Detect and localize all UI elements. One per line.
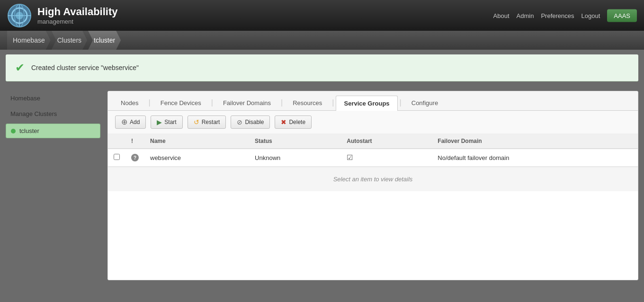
success-message: Created cluster service "webservice" — [31, 64, 139, 71]
preferences-link[interactable]: Preferences — [541, 12, 574, 19]
tab-divider-2: | — [211, 98, 213, 107]
app-sub-title: management — [37, 18, 118, 26]
table-row[interactable]: ? webservice Unknown ☑ No/default failov… — [108, 149, 638, 167]
sidebar: Homebase Manage Clusters tcluster — [6, 91, 100, 280]
sidebar-homebase[interactable]: Homebase — [6, 91, 100, 106]
tab-resources[interactable]: Resources — [285, 95, 330, 110]
disable-label: Disable — [245, 119, 264, 125]
row-name: webservice — [144, 149, 249, 167]
breadcrumb-clusters[interactable]: Clusters — [52, 31, 87, 50]
tab-configure[interactable]: Configure — [403, 95, 446, 110]
app-main-title: High Availability — [37, 6, 118, 18]
app-header: High Availability management About Admin… — [0, 0, 644, 31]
autostart-checkmark: ☑ — [347, 153, 353, 161]
table-header-row: ! Name Status Autostart Failover Domain — [108, 134, 638, 149]
content-panel: Nodes | Fence Devices | Failover Domains… — [107, 91, 638, 280]
row-failover-domain: No/default failover domain — [432, 149, 638, 167]
user-button[interactable]: AAAS — [607, 9, 637, 22]
tab-divider-4: | — [332, 98, 334, 107]
col-header-autostart: Autostart — [341, 134, 432, 149]
delete-label: Delete — [289, 119, 305, 125]
disable-button[interactable]: ⊘ Disable — [231, 115, 270, 129]
success-banner: ✔ Created cluster service "webservice" — [6, 54, 638, 81]
col-header-bang: ! — [125, 134, 144, 149]
tab-divider-5: | — [400, 98, 402, 107]
add-button[interactable]: ⊕ Add — [115, 115, 146, 129]
logo-icon — [7, 3, 32, 28]
breadcrumb-tcluster[interactable]: tcluster — [88, 31, 121, 50]
tab-divider-3: | — [281, 98, 283, 107]
logo-area: High Availability management — [7, 3, 118, 28]
admin-link[interactable]: Admin — [517, 12, 534, 19]
breadcrumb-homebase[interactable]: Homebase — [7, 31, 51, 50]
start-button[interactable]: ▶ Start — [151, 115, 182, 129]
details-footer-text: Select an item to view details — [333, 176, 413, 183]
logout-link[interactable]: Logout — [581, 12, 600, 19]
tabs-bar: Nodes | Fence Devices | Failover Domains… — [108, 91, 638, 111]
start-icon: ▶ — [157, 118, 162, 126]
row-checkbox[interactable] — [114, 154, 120, 160]
sidebar-cluster-tcluster[interactable]: tcluster — [6, 124, 100, 138]
col-header-status: Status — [249, 134, 341, 149]
main-container: Homebase Manage Clusters tcluster Nodes … — [0, 86, 644, 285]
about-link[interactable]: About — [493, 12, 510, 19]
row-status: Unknown — [249, 149, 341, 167]
question-icon: ? — [131, 154, 139, 161]
restart-label: Restart — [202, 119, 220, 125]
table-container: ! Name Status Autostart Failover Domain … — [108, 134, 638, 167]
delete-icon: ✖ — [281, 118, 286, 126]
details-footer: Select an item to view details — [108, 167, 638, 191]
tab-failover-domains[interactable]: Failover Domains — [215, 95, 279, 110]
tab-nodes[interactable]: Nodes — [113, 95, 147, 110]
row-checkbox-cell[interactable] — [108, 149, 125, 167]
check-icon: ✔ — [15, 61, 25, 74]
start-label: Start — [164, 119, 176, 125]
tab-divider-1: | — [149, 98, 151, 107]
disable-icon: ⊘ — [237, 118, 242, 126]
restart-icon: ↺ — [194, 118, 199, 126]
toolbar: ⊕ Add ▶ Start ↺ Restart ⊘ Disable ✖ Dele… — [108, 111, 638, 134]
delete-button[interactable]: ✖ Delete — [275, 115, 312, 129]
col-header-failover-domain: Failover Domain — [432, 134, 638, 149]
cluster-name: tcluster — [19, 127, 39, 134]
cluster-status-dot — [11, 129, 16, 133]
col-header-checkbox — [108, 134, 125, 149]
col-header-name: Name — [144, 134, 249, 149]
add-label: Add — [130, 119, 140, 125]
tab-service-groups[interactable]: Service Groups — [336, 96, 397, 111]
row-status-icon-cell: ? — [125, 149, 144, 167]
row-autostart: ☑ — [341, 149, 432, 167]
service-groups-table: ! Name Status Autostart Failover Domain … — [108, 134, 638, 167]
restart-button[interactable]: ↺ Restart — [188, 115, 226, 129]
app-title: High Availability management — [37, 6, 118, 26]
sidebar-manage-clusters[interactable]: Manage Clusters — [6, 107, 100, 121]
breadcrumb: Homebase Clusters tcluster — [0, 31, 644, 50]
tab-fence-devices[interactable]: Fence Devices — [152, 95, 209, 110]
add-icon: ⊕ — [121, 118, 127, 126]
header-nav: About Admin Preferences Logout AAAS — [493, 9, 637, 22]
